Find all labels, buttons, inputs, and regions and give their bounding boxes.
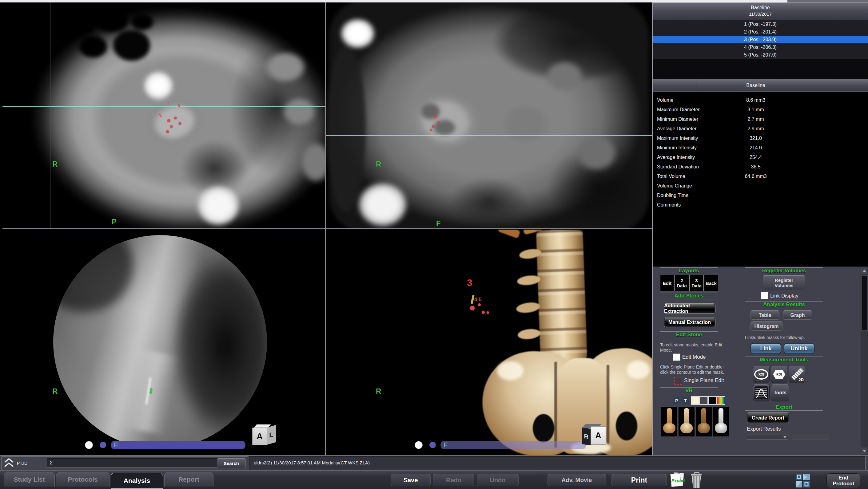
viewport-vr[interactable]: 3 4 5 R F R A [326,230,652,455]
viewport-axial[interactable]: 2 4 5 R P [2,2,325,228]
vr-preset-p-button[interactable]: P [673,396,680,404]
roi-ellipse-button[interactable]: ROI [753,366,770,383]
ruler-2d-label: 2D [799,378,804,382]
coronal-ct-image [326,2,652,228]
roi-polygon-button[interactable]: ROI [771,366,787,383]
result-value: 2.9 mm [696,124,816,133]
tab-analysis[interactable]: Analysis [111,473,163,489]
graph-button[interactable]: Graph [783,311,812,320]
slice-row-selected[interactable]: 3 (Pos: -203.9) [653,36,868,44]
register-volumes-button[interactable]: Register Volumes [763,275,805,290]
mip-circle-image [53,235,267,449]
slider-dot-white[interactable] [414,441,423,449]
unlink-button[interactable]: Unlink [784,343,814,354]
scrollbar-up-button[interactable] [861,267,867,274]
tools-button[interactable]: Tools [771,384,789,401]
result-label: Doubling Time [657,191,688,200]
viewport-coronal[interactable]: R F [326,2,652,228]
scroll-slider[interactable]: F [111,441,245,449]
export-icon-label: Export [669,478,687,483]
automated-extraction-button[interactable]: Automated Extraction [664,303,715,314]
slice-row[interactable]: 5 (Pos: -207.0) [653,51,868,59]
crosshair-horizontal[interactable] [326,135,652,136]
create-report-button[interactable]: Create Report [747,413,789,423]
redo-button[interactable]: Redo [433,474,474,486]
orientation-cube[interactable]: A L [252,424,279,445]
adv-movie-button[interactable]: Adv. Movie [548,474,606,486]
export-button[interactable]: Export [669,472,687,488]
vr-preset-thumbnail[interactable] [661,407,677,436]
histogram-tool-button[interactable] [753,384,770,401]
crosshair-horizontal[interactable] [2,106,325,107]
tab-study-list[interactable]: Study List [4,472,55,487]
undo-button[interactable]: Undo [477,474,519,486]
slice-row[interactable]: 4 (Pos: -206.3) [653,43,868,51]
slider-dot-purple[interactable] [429,442,436,448]
stone-label: 4 [167,101,170,106]
slice-row[interactable]: 1 (Pos: -197.3) [653,20,868,28]
tab-report[interactable]: Report [164,472,214,487]
table-button[interactable]: Table [750,311,779,320]
single-plane-edit-icon[interactable] [674,377,682,385]
result-label: Minimum Intensity [657,143,697,153]
orientation-cube[interactable]: R A [582,424,609,445]
tools-scrollbar[interactable] [861,267,868,456]
collapse-chevron-icon[interactable] [3,458,15,468]
slice-row[interactable]: 2 (Pos: -201.4) [653,28,868,36]
link-display-checkbox[interactable] [761,292,768,299]
result-label: Standard Deviation [657,162,699,171]
vr-color-swatch-rainbow[interactable] [717,396,725,405]
save-button[interactable]: Save [391,474,431,486]
print-button[interactable]: Print [612,474,667,486]
slider-dot-purple[interactable] [100,442,106,448]
vr-preset-thumbnail[interactable] [696,407,712,436]
ruler-2d-button[interactable]: 2D [788,366,805,383]
slider-dot-white[interactable] [85,441,93,449]
slice-list: 1 (Pos: -197.3) 2 (Pos: -201.4) 3 (Pos: … [653,20,868,59]
scrollbar-thumb[interactable] [862,275,868,331]
crosshair-vertical[interactable] [374,2,374,228]
end-protocol-button[interactable]: End Protocol [827,473,860,488]
add-stones-header: Add Stones [660,293,718,299]
single-plane-instruction: Click Single Plane Edit or double-click … [660,364,728,375]
result-label: Volume Change [657,181,692,191]
register-volumes-header: Register Volumes [745,267,823,274]
crosshair-vertical[interactable] [50,2,51,228]
crosshair-vertical[interactable] [374,230,374,308]
manual-extraction-button[interactable]: Manual Extraction [664,317,715,327]
result-label: Maximum Diameter [657,105,700,114]
result-label: Maximum Intensity [657,133,698,143]
patient-search-group: PT.ID Search [1,456,248,470]
roi-ellipse-icon: ROI [754,369,768,380]
orientation-label-feet: F [436,219,441,228]
viewport-mip[interactable]: R F A L [2,230,325,455]
edit-mode-checkbox[interactable] [673,354,680,361]
layout-3data-button[interactable]: 3 Data [689,275,704,291]
histogram-button[interactable]: Histogram [750,322,782,331]
delete-trash-button[interactable] [690,472,703,488]
vr-color-swatch-cream[interactable] [691,396,700,405]
vr-preset-thumbnail[interactable] [679,407,694,436]
export-format-dropdown[interactable] [747,434,788,439]
stone-marker-dot [470,306,474,311]
orientation-label-right: R [52,387,58,396]
layout-back-button[interactable]: Back [704,275,718,291]
vr-preset-t-button[interactable]: T [682,396,689,404]
search-button[interactable]: Search [217,458,246,468]
slider-label-f: F [443,441,447,449]
link-button[interactable]: Link [750,343,781,354]
scrollbar-down-button[interactable] [861,448,867,454]
link-display-label: Link Display [770,293,799,299]
vr-color-swatch-black[interactable] [708,396,717,405]
scroll-slider[interactable]: F [440,441,586,449]
layout-2data-button[interactable]: 2 Data [675,275,689,291]
layout-edit-button[interactable]: Edit [660,275,674,291]
export-partial-button[interactable] [792,434,829,439]
bottom-tab-bar: Study List Protocols Analysis Report Sav… [0,470,868,489]
patient-id-input[interactable] [47,458,219,467]
vr-color-swatch-gray[interactable] [700,396,708,405]
tab-protocols[interactable]: Protocols [56,472,110,487]
result-value: 254.4 [696,153,816,162]
viewport-divider-horizontal [2,228,652,229]
vr-preset-thumbnail[interactable] [713,407,729,436]
